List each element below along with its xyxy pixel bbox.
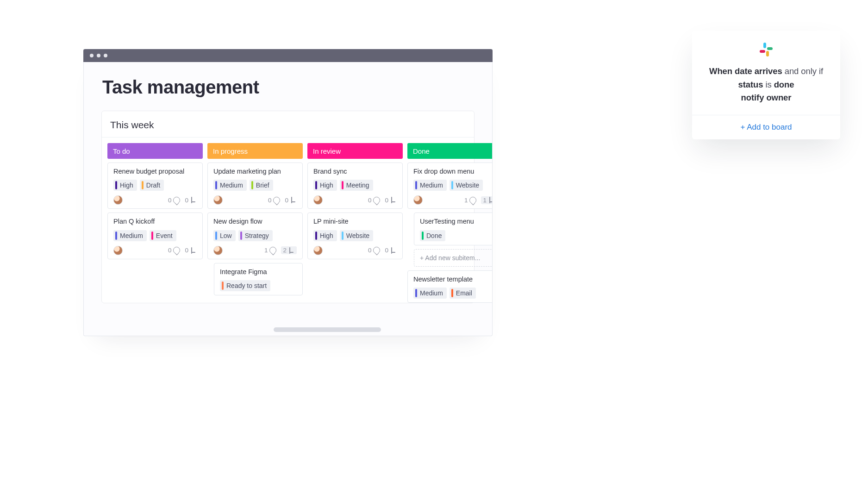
card-title: Integrate Figma [220,268,297,276]
avatar[interactable] [213,246,223,255]
subitems-count[interactable]: 0 [185,197,197,204]
tag[interactable]: Website [340,230,373,241]
group-title[interactable]: This week [102,111,474,138]
tag-color-bar [415,289,417,297]
card-footer: 0 0 [113,195,197,205]
app-window: Task management This week To doRenew bud… [83,49,493,336]
tag-label: Done [426,232,442,239]
card-title: Newsletter template [413,275,493,283]
comment-icon [373,247,380,254]
tag-label: Low [220,232,232,239]
avatar[interactable] [113,195,123,205]
task-card[interactable]: New design flowLowStrategy1 2 [207,213,303,259]
tag-row: HighDraft [113,180,197,191]
column-header[interactable]: Done [407,143,493,159]
subitems-count[interactable]: 0 [385,247,397,254]
tag[interactable]: Meeting [340,180,373,191]
tag[interactable]: Medium [213,180,247,191]
subitem-card[interactable]: UserTesting menuDone [414,213,493,245]
tag-color-bar [342,231,343,240]
tag-color-bar [251,181,253,189]
comments-count[interactable]: 0 [168,197,181,204]
kanban-column: To doRenew budget proposalHighDraft0 0 P… [107,143,203,259]
avatar[interactable] [313,246,323,255]
subitems-count[interactable]: 0 [185,247,197,254]
card-title: Brand sync [313,168,397,175]
subitems-count[interactable]: 1 [481,196,493,204]
tag[interactable]: High [113,180,137,191]
tag[interactable]: Ready to start [220,280,270,291]
task-card[interactable]: Fix drop down menuMediumWebsite1 1 [407,163,493,209]
tag[interactable]: Website [450,180,483,191]
tag-label: Meeting [346,181,369,189]
comments-count[interactable]: 0 [368,247,381,254]
tag[interactable]: High [313,230,337,241]
comments-count[interactable]: 0 [268,197,281,204]
column-header[interactable]: In progress [207,143,303,159]
traffic-light-icon [90,54,94,57]
tag[interactable]: Done [420,230,445,241]
tag-label: Medium [420,181,443,189]
tag[interactable]: Medium [413,288,447,299]
tag[interactable]: Medium [113,230,147,241]
window-titlebar [83,49,493,62]
tag-color-bar [115,181,117,189]
comments-count[interactable]: 1 [264,247,277,254]
card-title: LP mini-site [313,218,397,225]
tag-label: Medium [120,232,143,239]
card-footer: 1 1 [413,195,493,205]
subitem-icon [190,247,197,254]
card-title: New design flow [213,218,297,225]
tag-label: Medium [220,181,243,189]
task-card[interactable]: Brand syncHighMeeting0 0 [307,163,403,209]
horizontal-scroll-thumb[interactable] [274,327,381,332]
subitems-count[interactable]: 0 [285,197,297,204]
page-title: Task management [102,77,492,98]
add-subitem-button[interactable]: + Add new subitem... [414,249,493,267]
comments-count[interactable]: 0 [368,197,381,204]
tag-label: Brief [256,181,269,189]
tag[interactable]: Brief [250,180,273,191]
avatar[interactable] [413,195,423,205]
task-card[interactable]: LP mini-siteHighWebsite0 0 [307,213,403,259]
tag-label: High [320,232,333,239]
comments-count[interactable]: 1 [464,197,477,204]
task-card[interactable]: Plan Q kickoffMediumEvent0 0 [107,213,203,259]
subitem-icon [290,197,297,203]
kanban-column: In progressUpdate marketing planMediumBr… [207,143,303,295]
subitem-card[interactable]: Integrate FigmaReady to start [214,263,303,295]
task-card[interactable]: Newsletter templateMediumEmail [407,270,493,303]
tag-row: HighMeeting [313,180,397,191]
tag[interactable]: Email [450,288,476,299]
tag-row: MediumBrief [213,180,297,191]
add-to-board-button[interactable]: + Add to board [701,115,831,139]
column-header[interactable]: To do [107,143,203,159]
tag[interactable]: Medium [413,180,447,191]
avatar[interactable] [213,195,223,205]
tag-color-bar [451,289,453,297]
column-header[interactable]: In review [307,143,403,159]
tag[interactable]: Event [150,230,176,241]
tag-color-bar [342,181,343,189]
comment-icon [173,247,180,254]
tag[interactable]: Draft [140,180,164,191]
tag[interactable]: Low [213,230,236,241]
card-footer: 0 0 [313,246,397,255]
tag-row: MediumEvent [113,230,197,241]
subitem-icon [390,247,397,254]
tag-color-bar [222,282,224,290]
subitems-count[interactable]: 2 [281,246,297,254]
task-card[interactable]: Renew budget proposalHighDraft0 0 [107,163,203,209]
tag[interactable]: Strategy [238,230,273,241]
task-card[interactable]: Update marketing planMediumBrief0 0 [207,163,303,209]
avatar[interactable] [313,195,323,205]
tag-row: HighWebsite [313,230,397,241]
tag-color-bar [240,231,242,240]
tag[interactable]: High [313,180,337,191]
subitems-count[interactable]: 0 [385,197,397,204]
comment-icon [173,197,180,204]
avatar[interactable] [113,246,123,255]
comments-count[interactable]: 0 [168,247,181,254]
tag-label: High [120,181,133,189]
card-title: UserTesting menu [420,218,493,225]
